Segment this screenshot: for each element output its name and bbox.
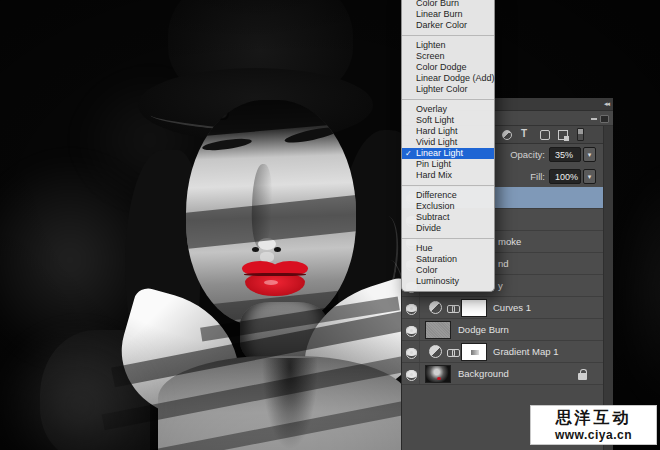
menu-item-linear-burn[interactable]: Linear Burn xyxy=(402,9,494,20)
watermark-url: www.ciya.cn xyxy=(531,428,656,442)
menu-item-label: Hard Mix xyxy=(416,170,452,180)
shape-filter-icon[interactable] xyxy=(540,130,550,140)
menu-item-label: Linear Dodge (Add) xyxy=(416,73,495,83)
menu-item-label: Pin Light xyxy=(416,159,451,169)
menu-item-label: Darker Color xyxy=(416,20,467,30)
menu-item-label: Hue xyxy=(416,243,433,253)
menu-item-vivid-light[interactable]: Vivid Light xyxy=(402,137,494,148)
menu-item-color-burn[interactable]: Color Burn xyxy=(402,0,494,9)
menu-item-hard-mix[interactable]: Hard Mix xyxy=(402,170,494,181)
layer-row-background[interactable]: Background xyxy=(402,363,604,385)
menu-separator xyxy=(402,35,494,36)
watermark-title: 思洋互动 xyxy=(531,407,656,428)
menu-item-label: Soft Light xyxy=(416,115,454,125)
layer-name: Curves 1 xyxy=(493,297,531,319)
lip-highlight xyxy=(264,280,278,285)
menu-item-pin-light[interactable]: Pin Light xyxy=(402,159,494,170)
lip-line xyxy=(244,273,306,276)
menu-item-label: Hard Light xyxy=(416,126,458,136)
menu-item-color-dodge[interactable]: Color Dodge xyxy=(402,62,494,73)
layer-name: nd xyxy=(498,253,509,275)
menu-item-darker-color[interactable]: Darker Color xyxy=(402,20,494,31)
menu-separator xyxy=(402,185,494,186)
layer-name: y xyxy=(498,275,503,297)
menu-item-label: Vivid Light xyxy=(416,137,457,147)
layer-name: Gradient Map 1 xyxy=(493,341,558,363)
menu-item-label: Color xyxy=(416,265,438,275)
menu-separator xyxy=(402,238,494,239)
menu-item-label: Subtract xyxy=(416,212,450,222)
layer-row-gradient-map-1[interactable]: Gradient Map 1 xyxy=(402,341,604,363)
menu-item-label: Divide xyxy=(416,223,441,233)
menu-item-label: Lighter Color xyxy=(416,84,468,94)
panel-scroll-gutter[interactable] xyxy=(603,126,613,450)
menu-item-hard-light[interactable]: Hard Light xyxy=(402,126,494,137)
menu-item-label: Exclusion xyxy=(416,201,455,211)
menu-item-subtract[interactable]: Subtract xyxy=(402,212,494,223)
filter-toggle[interactable] xyxy=(577,128,584,141)
menu-item-soft-light[interactable]: Soft Light xyxy=(402,115,494,126)
menu-item-label: Screen xyxy=(416,51,445,61)
visibility-eye-icon[interactable] xyxy=(406,348,417,356)
layer-name: moke xyxy=(498,231,521,253)
layer-name: Background xyxy=(458,363,509,385)
menu-item-divide[interactable]: Divide xyxy=(402,223,494,234)
menu-item-label: Saturation xyxy=(416,254,457,264)
menu-item-difference[interactable]: Difference xyxy=(402,190,494,201)
menu-item-label: Difference xyxy=(416,190,457,200)
menu-item-lighten[interactable]: Lighten xyxy=(402,40,494,51)
layer-mask-thumbnail[interactable] xyxy=(461,343,487,361)
lock-icon xyxy=(578,369,587,380)
panel-menu-icon[interactable] xyxy=(591,115,609,123)
blend-mode-menu: Color Burn Linear Burn Darker Color Ligh… xyxy=(401,0,495,292)
red-lips xyxy=(242,260,308,298)
menu-item-color[interactable]: Color xyxy=(402,265,494,276)
menu-item-label: Linear Light xyxy=(416,148,463,158)
fill-value[interactable]: 100% xyxy=(549,169,581,184)
checkmark-icon: ✓ xyxy=(405,148,412,159)
menu-item-label: Color Burn xyxy=(416,0,459,8)
layer-row-dodge-burn[interactable]: Dodge Burn xyxy=(402,319,604,341)
menu-item-hue[interactable]: Hue xyxy=(402,243,494,254)
type-filter-icon[interactable]: T xyxy=(521,128,527,139)
menu-item-label: Color Dodge xyxy=(416,62,467,72)
menu-item-linear-light-selected[interactable]: ✓Linear Light xyxy=(402,148,494,159)
fill-dropdown-arrow[interactable]: ▾ xyxy=(583,169,596,184)
menu-item-exclusion[interactable]: Exclusion xyxy=(402,201,494,212)
menu-item-label: Linear Burn xyxy=(416,9,463,19)
layer-thumbnail[interactable] xyxy=(425,365,451,383)
layer-thumbnail[interactable] xyxy=(425,321,451,339)
adjustment-filter-icon[interactable] xyxy=(502,130,512,140)
menu-item-luminosity[interactable]: Luminosity xyxy=(402,276,494,287)
opacity-dropdown-arrow[interactable]: ▾ xyxy=(583,147,596,162)
nostril xyxy=(252,247,259,252)
menu-item-linear-dodge-add[interactable]: Linear Dodge (Add) xyxy=(402,73,494,84)
visibility-eye-icon[interactable] xyxy=(406,304,417,312)
layer-row-curves-1[interactable]: Curves 1 xyxy=(402,297,604,319)
menu-item-saturation[interactable]: Saturation xyxy=(402,254,494,265)
mask-link-icon[interactable] xyxy=(447,349,459,356)
mask-link-icon[interactable] xyxy=(447,305,459,312)
layer-mask-thumbnail[interactable] xyxy=(461,299,487,317)
menu-item-label: Lighten xyxy=(416,40,446,50)
menu-item-label: Luminosity xyxy=(416,276,459,286)
visibility-eye-icon[interactable] xyxy=(406,326,417,334)
gradient-swatch xyxy=(471,350,479,355)
menu-item-lighter-color[interactable]: Lighter Color xyxy=(402,84,494,95)
adjustment-layer-icon[interactable] xyxy=(429,345,442,358)
thumbnail-lips-detail xyxy=(437,377,441,380)
menu-item-screen[interactable]: Screen xyxy=(402,51,494,62)
watermark: 思洋互动 www.ciya.cn xyxy=(530,405,657,445)
smart-object-filter-icon[interactable] xyxy=(558,130,568,140)
photoshop-window: ◂◂ T Opacity: 35% ▾ Fill: 100% ▾ moke nd xyxy=(0,0,660,450)
face xyxy=(186,100,356,326)
nostril xyxy=(274,247,281,252)
adjustment-layer-icon[interactable] xyxy=(429,301,442,314)
left-eyebrow xyxy=(202,137,253,153)
collapse-panel-icon[interactable]: ◂◂ xyxy=(604,100,609,108)
menu-item-label: Overlay xyxy=(416,104,447,114)
opacity-value[interactable]: 35% xyxy=(549,147,581,162)
visibility-eye-icon[interactable] xyxy=(406,370,417,378)
menu-separator xyxy=(402,99,494,100)
menu-item-overlay[interactable]: Overlay xyxy=(402,104,494,115)
